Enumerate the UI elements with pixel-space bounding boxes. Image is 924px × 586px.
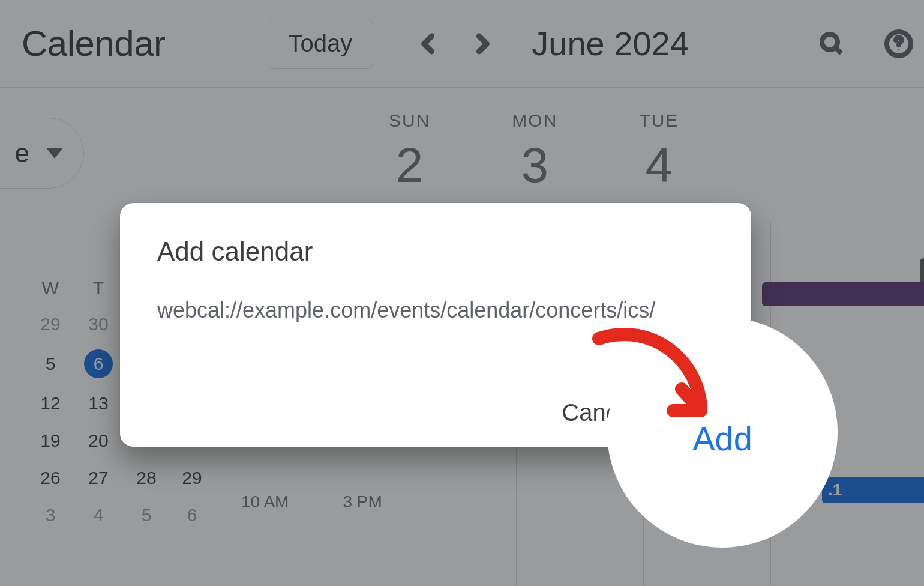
svg-point-2 xyxy=(898,49,899,50)
mini-day[interactable]: 4 xyxy=(84,503,113,527)
time-labels: 10 AM 3 PM xyxy=(241,492,382,512)
day-column: SUN 2 xyxy=(389,110,430,193)
mini-day[interactable]: 28 xyxy=(134,466,158,490)
day-header-row: SUN 2 MON 3 TUE 4 xyxy=(389,110,679,193)
chevron-left-icon[interactable] xyxy=(415,31,442,57)
date-nav xyxy=(415,31,496,57)
mini-day[interactable]: 12 xyxy=(38,391,62,415)
mini-day[interactable]: 5 xyxy=(38,349,62,378)
search-icon[interactable] xyxy=(817,29,846,58)
day-number[interactable]: 2 xyxy=(396,137,424,193)
event-bar[interactable] xyxy=(762,282,924,306)
day-number[interactable]: 4 xyxy=(646,137,673,193)
chevron-right-icon[interactable] xyxy=(469,31,496,57)
current-month: June 2024 xyxy=(532,24,689,63)
create-dropdown[interactable]: e xyxy=(0,118,84,189)
header-actions xyxy=(817,29,913,58)
create-label-fragment: e xyxy=(15,138,29,168)
day-column: TUE 4 xyxy=(639,110,679,193)
app-header: Calendar Today June 2024 xyxy=(0,0,924,88)
app-title: Calendar xyxy=(22,23,166,64)
day-column: MON 3 xyxy=(512,110,557,193)
mini-day[interactable]: 29 xyxy=(180,466,204,490)
event-chip[interactable]: r xyxy=(920,258,924,285)
mini-day[interactable]: 26 xyxy=(38,466,62,490)
dow-label: MON xyxy=(512,110,557,131)
mini-day[interactable]: 6 xyxy=(180,503,204,527)
caret-down-icon xyxy=(46,148,63,159)
mini-day[interactable]: 5 xyxy=(134,503,158,527)
annotation-spotlight: Add xyxy=(614,324,830,540)
dialog-title: Add calendar xyxy=(157,237,714,267)
mini-day[interactable]: 3 xyxy=(38,503,62,527)
help-icon[interactable] xyxy=(884,29,913,58)
time-label: 3 PM xyxy=(343,492,382,512)
mini-dow: W xyxy=(38,277,62,299)
dow-label: TUE xyxy=(639,110,679,131)
time-label: 10 AM xyxy=(241,492,289,512)
day-number[interactable]: 3 xyxy=(521,137,549,193)
event-blue[interactable]: .1 xyxy=(822,477,924,503)
dow-label: SUN xyxy=(389,110,430,131)
spotlight-add-label: Add xyxy=(692,419,752,458)
mini-day[interactable]: 20 xyxy=(84,429,113,453)
mini-day[interactable]: 27 xyxy=(84,466,113,490)
mini-day[interactable]: 13 xyxy=(84,391,113,415)
mini-day[interactable]: 19 xyxy=(38,429,62,453)
mini-dow: T xyxy=(84,277,113,299)
today-button[interactable]: Today xyxy=(268,19,374,69)
mini-day-today[interactable]: 6 xyxy=(84,349,113,378)
svg-point-0 xyxy=(822,34,838,50)
calendar-url-input[interactable]: webcal://example.com/events/calendar/con… xyxy=(157,298,714,323)
mini-day[interactable]: 29 xyxy=(38,312,62,336)
mini-day[interactable]: 30 xyxy=(84,312,113,336)
